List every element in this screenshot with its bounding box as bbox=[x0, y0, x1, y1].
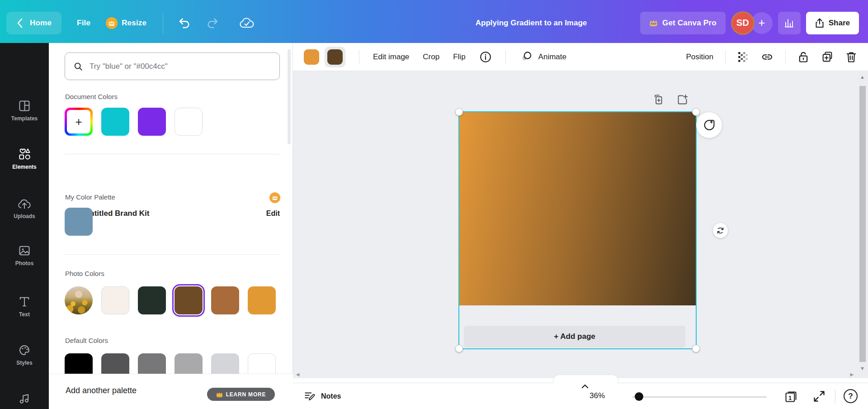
crown-icon bbox=[649, 19, 658, 26]
link-button[interactable] bbox=[761, 51, 774, 63]
learn-more-label: LEARN MORE bbox=[226, 391, 266, 398]
vertical-scrollbar[interactable]: ▲ ▼ bbox=[858, 71, 867, 378]
learn-more-button[interactable]: LEARN MORE bbox=[207, 388, 275, 401]
redo-button[interactable] bbox=[206, 16, 219, 30]
sidebar-label-styles: Styles bbox=[16, 360, 32, 366]
scroll-left-arrow[interactable]: ◄ bbox=[295, 371, 301, 377]
vertical-scrollbar-thumb[interactable] bbox=[859, 86, 866, 362]
link-icon bbox=[761, 51, 774, 63]
duplicate-page-button[interactable] bbox=[651, 94, 664, 106]
delete-button[interactable] bbox=[845, 51, 857, 63]
resize-button[interactable]: Resize bbox=[106, 17, 146, 29]
zoom-slider-thumb[interactable] bbox=[635, 392, 643, 401]
resize-handle-top-right[interactable] bbox=[692, 108, 700, 116]
my-palette-row bbox=[65, 208, 93, 236]
fullscreen-button[interactable] bbox=[813, 390, 826, 403]
sidebar-item-audio[interactable]: Audio bbox=[0, 385, 49, 409]
scroll-down-arrow[interactable]: ▼ bbox=[860, 366, 865, 371]
search-input[interactable] bbox=[90, 62, 271, 71]
add-page-icon-button[interactable] bbox=[676, 94, 689, 106]
position-button[interactable]: Position bbox=[686, 52, 713, 62]
get-canva-pro-button[interactable]: Get Canva Pro bbox=[640, 12, 726, 34]
color-search-box[interactable] bbox=[65, 52, 280, 80]
document-color-swatch[interactable] bbox=[101, 108, 129, 136]
panel-scrollbar[interactable] bbox=[288, 49, 291, 144]
redo-icon bbox=[206, 16, 219, 30]
file-menu[interactable]: File bbox=[77, 19, 90, 28]
home-button[interactable]: Home bbox=[6, 12, 61, 34]
lock-button[interactable] bbox=[797, 51, 809, 63]
share-label: Share bbox=[829, 19, 850, 28]
scroll-right-arrow[interactable]: ► bbox=[849, 371, 855, 377]
add-page-button[interactable]: + Add page bbox=[464, 326, 685, 347]
design-title[interactable]: Applying Gradient to an Image bbox=[476, 3, 587, 43]
toolbar-divider bbox=[505, 50, 506, 64]
scroll-up-arrow[interactable]: ▲ bbox=[860, 75, 865, 80]
crop-button[interactable]: Crop bbox=[423, 52, 439, 62]
edit-brand-kit-link[interactable]: Edit bbox=[266, 209, 280, 218]
add-color-button[interactable]: + bbox=[65, 108, 93, 136]
duplicate-page-icon bbox=[651, 94, 664, 106]
gradient-image-element[interactable] bbox=[459, 112, 696, 305]
flip-button[interactable]: Flip bbox=[453, 52, 465, 62]
sidebar-label-photos: Photos bbox=[15, 260, 34, 266]
sidebar-item-styles[interactable]: Styles bbox=[0, 337, 49, 372]
photo-color-swatch[interactable] bbox=[248, 286, 276, 314]
avatar[interactable]: SD bbox=[731, 11, 755, 35]
photo-color-swatch[interactable] bbox=[101, 286, 129, 314]
resize-handle-top-left[interactable] bbox=[455, 108, 463, 116]
add-comment-button[interactable] bbox=[696, 112, 722, 138]
rotate-handle[interactable] bbox=[713, 223, 728, 238]
transparency-button[interactable] bbox=[737, 51, 749, 63]
info-button[interactable] bbox=[479, 51, 492, 63]
animate-button[interactable]: Animate bbox=[519, 51, 566, 63]
crown-icon bbox=[216, 392, 223, 397]
photo-color-swatch[interactable] bbox=[211, 286, 239, 314]
back-chevron-icon bbox=[16, 18, 24, 29]
duplicate-icon bbox=[821, 51, 834, 63]
resize-handle-bottom-right[interactable] bbox=[692, 345, 700, 352]
save-status-button[interactable] bbox=[239, 16, 255, 30]
zoom-level: 36% bbox=[590, 391, 605, 400]
sidebar-item-uploads[interactable]: Uploads bbox=[0, 190, 49, 226]
my-palette-swatch[interactable] bbox=[65, 208, 93, 236]
add-another-palette-link[interactable]: Add another palette bbox=[66, 386, 137, 395]
share-icon bbox=[815, 18, 824, 28]
sidebar-item-templates[interactable]: Templates bbox=[0, 93, 49, 128]
comment-plus-icon bbox=[703, 119, 716, 132]
photo-thumbnail[interactable] bbox=[65, 286, 93, 314]
plus-icon: + bbox=[67, 110, 90, 133]
pages-icon: 1 bbox=[783, 389, 798, 404]
undo-icon bbox=[178, 16, 191, 30]
zoom-slider-track[interactable] bbox=[632, 396, 767, 398]
sidebar-item-text[interactable]: Text bbox=[0, 289, 49, 324]
insights-button[interactable] bbox=[778, 12, 801, 34]
resize-handle-bottom-left[interactable] bbox=[455, 345, 463, 352]
pro-feature-badge[interactable] bbox=[269, 192, 280, 203]
collapse-chevron-icon[interactable] bbox=[581, 384, 589, 389]
image-toolbar: Edit image Crop Flip Animate Position bbox=[293, 43, 868, 71]
sidebar-item-elements[interactable]: Elements bbox=[0, 141, 49, 176]
image-color-chip-1[interactable] bbox=[304, 49, 319, 65]
color-panel: Document Colors + ·co Untitled Brand Kit… bbox=[49, 43, 293, 409]
help-button[interactable]: ? bbox=[844, 389, 858, 403]
bar-chart-icon bbox=[784, 18, 795, 29]
collapse-tab[interactable] bbox=[553, 375, 618, 384]
page-list-button[interactable]: 1 bbox=[783, 389, 798, 404]
notes-label: Notes bbox=[321, 392, 341, 400]
undo-button[interactable] bbox=[178, 16, 191, 30]
default-colors-label: Default Colors bbox=[65, 337, 108, 344]
photo-color-swatch-selected[interactable] bbox=[175, 286, 203, 314]
object-panel-rail: Templates Elements Uploads Photos Text S… bbox=[0, 43, 49, 409]
notes-button[interactable]: Notes bbox=[304, 383, 341, 409]
document-color-swatch[interactable] bbox=[138, 108, 166, 136]
photo-color-swatch[interactable] bbox=[138, 286, 166, 314]
image-color-chip-2-selected[interactable] bbox=[325, 47, 345, 67]
sidebar-item-photos[interactable]: Photos bbox=[0, 238, 49, 273]
document-color-swatch[interactable] bbox=[175, 108, 203, 136]
duplicate-button[interactable] bbox=[821, 51, 834, 63]
elements-icon bbox=[18, 147, 31, 161]
share-button[interactable]: Share bbox=[806, 12, 859, 34]
design-canvas[interactable]: + Add page ▲ ▼ ◄ ► bbox=[293, 71, 868, 378]
edit-image-button[interactable]: Edit image bbox=[373, 52, 409, 62]
